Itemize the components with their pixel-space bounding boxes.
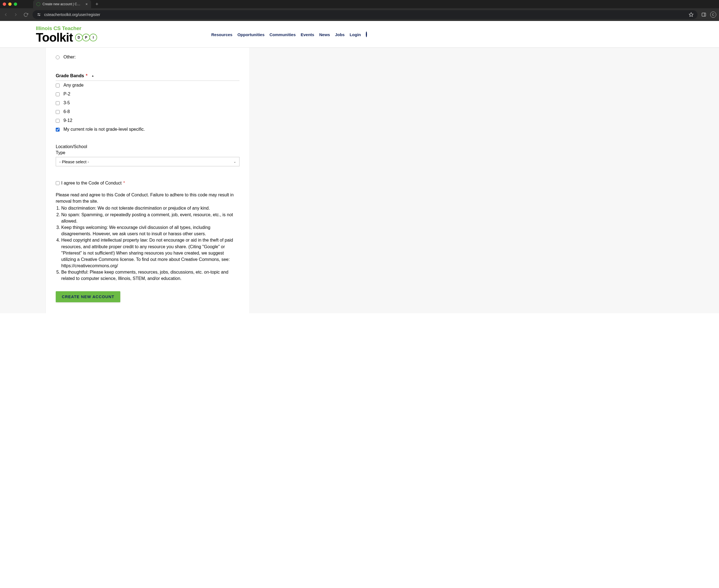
forward-button[interactable]	[13, 12, 19, 18]
site-logo[interactable]: Illinois CS Teacher Toolkit D P I	[36, 25, 97, 44]
page-background: Other: Grade Bands * ▲ Any grade P-2 3-5…	[0, 48, 719, 313]
checkbox-35-input[interactable]	[56, 101, 60, 105]
bookmark-star-icon[interactable]	[689, 12, 694, 17]
svg-rect-5	[702, 13, 706, 16]
logo-letter-p: P	[82, 34, 90, 41]
checkbox-912: 9-12	[56, 116, 240, 125]
side-panel-icon[interactable]	[701, 12, 706, 17]
coc-checkbox[interactable]	[56, 181, 60, 185]
checkbox-label: P-2	[63, 91, 70, 97]
window-minimize-button[interactable]	[8, 2, 12, 6]
tab-bar: Create new account | CS Teac × +	[0, 0, 719, 8]
checkbox-not-grade-specific-input[interactable]	[56, 128, 60, 131]
checkbox-any-grade: Any grade	[56, 81, 240, 90]
nav-opportunities[interactable]: Opportunities	[237, 32, 264, 37]
search-icon[interactable]	[366, 32, 367, 37]
nav-resources[interactable]: Resources	[211, 32, 232, 37]
coc-rule-1: No discrimination: We do not tolerate di…	[61, 205, 240, 211]
tab-title: Create new account | CS Teac	[42, 2, 82, 6]
checkbox-68: 6-8	[56, 107, 240, 116]
checkbox-label: My current role is not grade-level speci…	[63, 127, 145, 132]
collapse-arrow-icon[interactable]: ▲	[91, 74, 94, 77]
checkbox-label: 6-8	[63, 109, 70, 114]
browser-chrome: Create new account | CS Teac × + csteach…	[0, 0, 719, 21]
checkbox-label: 3-5	[63, 100, 70, 105]
checkbox-any-grade-input[interactable]	[56, 84, 60, 87]
logo-circles: D P I	[75, 34, 97, 41]
coc-label: I agree to the Code of Conduct	[61, 181, 122, 186]
code-of-conduct-agree: I agree to the Code of Conduct *	[56, 181, 240, 186]
coc-rule-2: No spam: Spamming, or repeatedly posting…	[61, 212, 240, 224]
profile-avatar[interactable]: C	[710, 12, 716, 18]
site-settings-icon[interactable]	[36, 12, 41, 17]
nav-jobs[interactable]: Jobs	[335, 32, 345, 37]
window-close-button[interactable]	[3, 2, 6, 6]
checkbox-label: Any grade	[63, 83, 84, 88]
register-form: Other: Grade Bands * ▲ Any grade P-2 3-5…	[45, 48, 250, 313]
svg-point-2	[38, 14, 39, 14]
main-nav: Resources Opportunities Communities Even…	[211, 32, 367, 37]
new-tab-button[interactable]: +	[93, 1, 101, 7]
browser-tab[interactable]: Create new account | CS Teac ×	[33, 0, 91, 8]
reload-button[interactable]	[23, 12, 29, 18]
checkbox-35: 3-5	[56, 99, 240, 107]
checkbox-912-input[interactable]	[56, 119, 60, 123]
coc-rule-3: Keep things welcoming: We encourage civi…	[61, 224, 240, 237]
svg-marker-4	[689, 13, 693, 17]
nav-login[interactable]: Login	[350, 32, 361, 37]
url-text: csteachertoolkit.org/user/register	[44, 13, 686, 17]
logo-letter-i: I	[89, 34, 97, 41]
window-controls	[3, 2, 17, 6]
radio-other-label: Other:	[63, 55, 76, 60]
close-tab-icon[interactable]: ×	[85, 2, 88, 6]
nav-news[interactable]: News	[319, 32, 330, 37]
required-asterisk: *	[123, 181, 125, 186]
tab-favicon-icon	[36, 2, 40, 6]
coc-list: No discrimination: We do not tolerate di…	[56, 205, 240, 281]
location-label: Location/School	[56, 144, 240, 149]
radio-other-input[interactable]	[56, 56, 60, 59]
checkbox-68-input[interactable]	[56, 110, 60, 114]
create-account-button[interactable]: CREATE NEW ACCOUNT	[56, 291, 120, 302]
window-maximize-button[interactable]	[14, 2, 17, 6]
coc-rule-5: Be thoughtful: Please keep comments, res…	[61, 269, 240, 281]
radio-other: Other:	[56, 53, 240, 62]
checkbox-p2: P-2	[56, 90, 240, 99]
back-button[interactable]	[3, 12, 9, 18]
nav-events[interactable]: Events	[301, 32, 314, 37]
type-label: Type	[56, 150, 240, 155]
browser-toolbar: csteachertoolkit.org/user/register C	[0, 8, 719, 21]
logo-word: Toolkit	[36, 31, 73, 44]
nav-communities[interactable]: Communities	[270, 32, 296, 37]
coc-intro: Please read and agree to this Code of Co…	[56, 192, 240, 204]
checkbox-p2-input[interactable]	[56, 92, 60, 96]
site-header: Illinois CS Teacher Toolkit D P I Resour…	[0, 21, 719, 48]
grade-bands-title: Grade Bands * ▲	[56, 73, 240, 81]
url-bar[interactable]: csteachertoolkit.org/user/register	[33, 10, 697, 19]
logo-letter-d: D	[75, 34, 83, 41]
checkbox-not-grade-specific: My current role is not grade-level speci…	[56, 125, 240, 134]
checkbox-label: 9-12	[63, 118, 72, 123]
svg-point-3	[39, 15, 40, 16]
type-select[interactable]: - Please select -	[56, 157, 240, 166]
coc-rule-4: Heed copyright and intellectual property…	[61, 237, 240, 269]
required-asterisk: *	[86, 73, 87, 78]
